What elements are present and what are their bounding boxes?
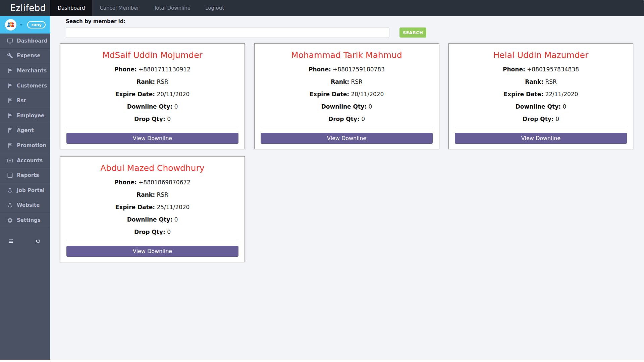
member-expire-value: 22/11/2020 (545, 91, 578, 98)
sidebar-item-accounts[interactable]: Accounts (0, 153, 50, 168)
member-expire-label: Expire Date: (115, 204, 155, 210)
sidebar-item-label: Agent (17, 127, 34, 133)
member-phone-field: Phone: +8801711130912 (60, 66, 245, 73)
sidebar-menu: DashboardExpenseMerchantsCustomersRsrEmp… (0, 34, 50, 228)
flag-icon (7, 82, 13, 89)
member-phone-label: Phone: (503, 66, 525, 73)
member-expire-field: Expire Date: 25/11/2020 (60, 204, 245, 210)
member-card: Helal Uddin MazumderPhone: +880195783483… (448, 43, 633, 149)
member-rank-value: RSR (157, 191, 168, 198)
member-card: Abdul Mazed ChowdhuryPhone: +88018698706… (60, 156, 245, 262)
member-expire-label: Expire Date: (115, 91, 155, 98)
sidebar-item-label: Settings (17, 217, 41, 223)
sidebar-item-label: Employee (17, 113, 44, 119)
app-root: Ezlifebd DashboardCancel MemberTotal Dow… (0, 0, 644, 360)
flag-icon (7, 112, 13, 119)
member-drop-value: 0 (555, 116, 559, 122)
chevron-down-icon[interactable] (19, 24, 23, 26)
member-drop-value: 0 (167, 116, 171, 122)
sidebar-item-label: Website (17, 202, 40, 208)
member-downline-field: Downline Qty: 0 (60, 216, 245, 223)
view-downline-button[interactable]: View Downline (261, 133, 433, 144)
sidebar-item-job-portal[interactable]: Job Portal (0, 183, 50, 198)
member-rank-label: Rank: (137, 78, 155, 85)
nav-tab-total-downline[interactable]: Total Downline (147, 0, 198, 16)
main-content: Seach by member id: SEARCH MdSaif Uddin … (50, 16, 644, 360)
member-phone-value: +8801957834838 (527, 66, 579, 73)
gear-icon (7, 217, 13, 224)
member-rank-value: RSR (351, 78, 362, 85)
search-input[interactable] (66, 27, 389, 38)
search-button[interactable]: SEARCH (399, 27, 426, 38)
member-downline-label: Downline Qty: (516, 103, 561, 110)
member-drop-value: 0 (361, 116, 365, 122)
power-icon[interactable] (35, 238, 41, 244)
member-drop-label: Drop Qty: (134, 229, 165, 235)
member-drop-label: Drop Qty: (523, 116, 554, 122)
sidebar-item-dashboard[interactable]: Dashboard (0, 34, 50, 49)
view-downline-button[interactable]: View Downline (455, 133, 627, 144)
member-downline-field: Downline Qty: 0 (255, 103, 439, 110)
menu-icon[interactable] (8, 238, 14, 244)
sidebar-item-promotion[interactable]: Promotion (0, 138, 50, 153)
sidebar-item-reports[interactable]: Reports (0, 168, 50, 183)
user-badge[interactable]: rony (27, 21, 46, 28)
card-divider (261, 128, 433, 128)
brand-logo-icon[interactable] (5, 19, 16, 31)
sidebar-item-employee[interactable]: Employee (0, 108, 50, 123)
member-drop-field: Drop Qty: 0 (60, 116, 245, 122)
sidebar-item-label: Rsr (17, 98, 26, 104)
member-name: Abdul Mazed Chowdhury (60, 163, 245, 173)
member-rank-field: Rank: RSR (449, 78, 633, 85)
member-downline-value: 0 (174, 216, 178, 223)
member-drop-label: Drop Qty: (328, 116, 360, 122)
sidebar-item-rsr[interactable]: Rsr (0, 93, 50, 108)
member-expire-field: Expire Date: 22/11/2020 (449, 91, 633, 98)
member-drop-field: Drop Qty: 0 (60, 229, 245, 235)
member-rank-label: Rank: (525, 78, 543, 85)
flag-icon (7, 127, 13, 134)
member-expire-label: Expire Date: (310, 91, 349, 98)
member-downline-field: Downline Qty: 0 (449, 103, 633, 110)
sidebar-item-agent[interactable]: Agent (0, 123, 50, 138)
member-downline-field: Downline Qty: 0 (60, 103, 245, 110)
member-expire-field: Expire Date: 20/11/2020 (60, 91, 245, 98)
nav-tabs: DashboardCancel MemberTotal DownlineLog … (50, 0, 231, 16)
sidebar-item-expense[interactable]: Expense (0, 49, 50, 64)
sidebar-item-customers[interactable]: Customers (0, 78, 50, 94)
view-downline-button[interactable]: View Downline (66, 246, 238, 257)
view-downline-button[interactable]: View Downline (66, 133, 238, 144)
brand-title: Ezlifebd (0, 0, 50, 16)
card-divider (66, 241, 238, 241)
member-phone-label: Phone: (114, 66, 137, 73)
member-name: Mohammad Tarik Mahmud (255, 50, 439, 60)
member-cards-grid: MdSaif Uddin MojumderPhone: +88017111309… (60, 43, 644, 262)
banknote-icon (7, 157, 13, 164)
search-row: SEARCH (66, 27, 634, 38)
member-rank-value: RSR (545, 78, 556, 85)
nav-tab-log-out[interactable]: Log out (198, 0, 231, 16)
sidebar-item-website[interactable]: Website (0, 198, 50, 213)
member-expire-value: 20/11/2020 (351, 91, 384, 98)
flag-icon (7, 67, 13, 74)
desktop-icon (7, 38, 13, 44)
flag-icon (7, 142, 13, 149)
sidebar-item-label: Dashboard (17, 38, 47, 44)
member-rank-label: Rank: (331, 78, 349, 85)
nav-tab-cancel-member[interactable]: Cancel Member (92, 0, 146, 16)
member-downline-label: Downline Qty: (321, 103, 367, 110)
sidebar-item-merchants[interactable]: Merchants (0, 63, 50, 78)
member-phone-field: Phone: +8801759180783 (255, 66, 439, 73)
wrench-icon (7, 52, 13, 59)
member-downline-label: Downline Qty: (127, 103, 172, 110)
member-rank-value: RSR (157, 78, 168, 85)
member-downline-value: 0 (174, 103, 178, 110)
sidebar-item-settings[interactable]: Settings (0, 213, 50, 228)
member-drop-value: 0 (167, 229, 171, 235)
member-phone-label: Phone: (309, 66, 331, 73)
member-expire-value: 25/11/2020 (157, 204, 190, 210)
member-drop-field: Drop Qty: 0 (449, 116, 633, 122)
sidebar-item-label: Job Portal (17, 187, 45, 193)
member-drop-label: Drop Qty: (134, 116, 165, 122)
nav-tab-dashboard[interactable]: Dashboard (50, 0, 92, 16)
